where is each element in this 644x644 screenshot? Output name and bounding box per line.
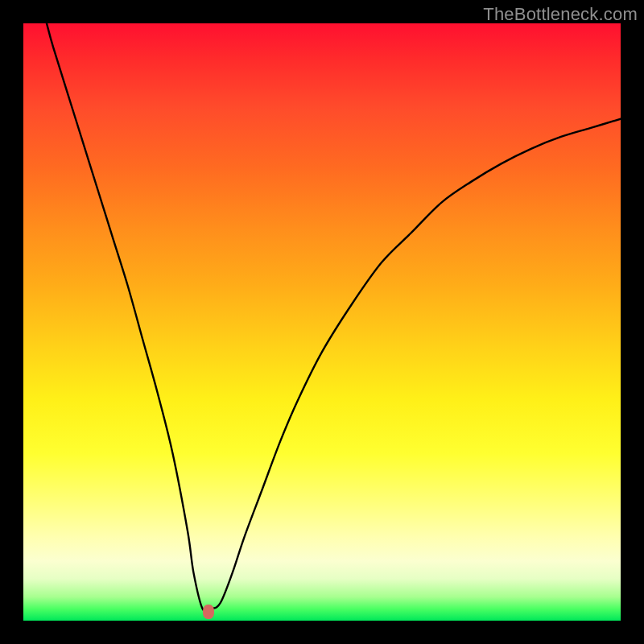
watermark-text: TheBottleneck.com — [483, 4, 638, 25]
optimal-point-marker — [203, 605, 214, 619]
bottleneck-curve — [23, 23, 621, 621]
chart-plot-area — [23, 23, 621, 621]
chart-frame: TheBottleneck.com — [0, 0, 644, 644]
